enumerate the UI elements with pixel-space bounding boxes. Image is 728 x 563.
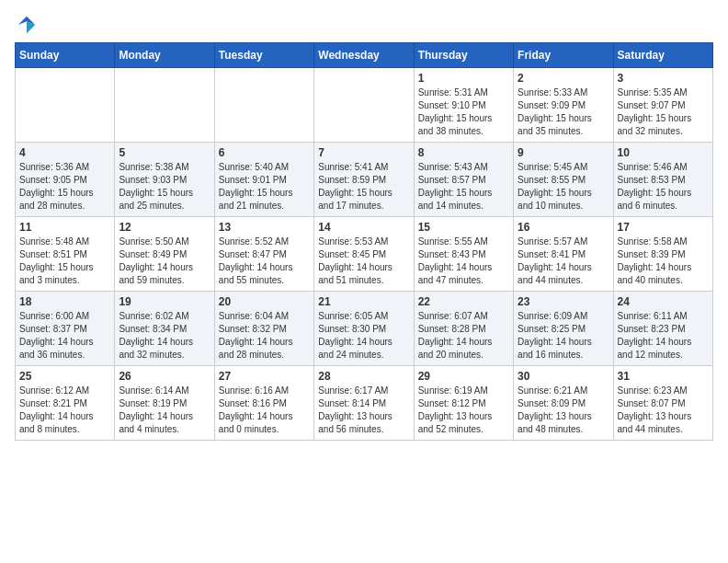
day-number: 15 [418,221,509,234]
day-info: Sunrise: 5:33 AM Sunset: 9:09 PM Dayligh… [518,86,609,138]
day-number: 22 [418,295,509,308]
calendar-cell: 7Sunrise: 5:41 AM Sunset: 8:59 PM Daylig… [314,143,414,217]
calendar-cell: 20Sunrise: 6:04 AM Sunset: 8:32 PM Dayli… [214,292,313,366]
calendar-cell: 6Sunrise: 5:40 AM Sunset: 9:01 PM Daylig… [214,143,313,217]
calendar-day-header: Tuesday [214,43,313,68]
calendar-cell: 24Sunrise: 6:11 AM Sunset: 8:23 PM Dayli… [613,292,712,366]
calendar-cell [115,68,214,143]
calendar-cell: 15Sunrise: 5:55 AM Sunset: 8:43 PM Dayli… [414,217,513,292]
day-info: Sunrise: 5:53 AM Sunset: 8:45 PM Dayligh… [318,236,409,287]
calendar-day-header: Wednesday [314,43,414,68]
day-info: Sunrise: 6:00 AM Sunset: 8:37 PM Dayligh… [19,310,110,362]
day-number: 18 [19,295,110,308]
day-number: 8 [418,146,509,159]
day-info: Sunrise: 5:58 AM Sunset: 8:39 PM Dayligh… [618,236,709,287]
day-number: 9 [518,146,609,159]
calendar-cell: 19Sunrise: 6:02 AM Sunset: 8:34 PM Dayli… [115,292,214,366]
day-number: 7 [318,146,409,159]
calendar-cell: 2Sunrise: 5:33 AM Sunset: 9:09 PM Daylig… [514,68,613,143]
calendar-cell: 25Sunrise: 6:12 AM Sunset: 8:21 PM Dayli… [16,366,115,441]
day-info: Sunrise: 5:57 AM Sunset: 8:41 PM Dayligh… [518,236,609,287]
svg-marker-1 [27,21,35,33]
day-info: Sunrise: 5:41 AM Sunset: 8:59 PM Dayligh… [318,161,409,213]
calendar-day-header: Saturday [613,43,712,68]
calendar-cell: 29Sunrise: 6:19 AM Sunset: 8:12 PM Dayli… [414,366,513,441]
calendar-cell [314,68,414,143]
calendar-cell: 27Sunrise: 6:16 AM Sunset: 8:16 PM Dayli… [214,366,313,441]
day-info: Sunrise: 6:11 AM Sunset: 8:23 PM Dayligh… [618,310,709,362]
day-info: Sunrise: 5:52 AM Sunset: 8:47 PM Dayligh… [219,236,310,287]
calendar-cell: 30Sunrise: 6:21 AM Sunset: 8:09 PM Dayli… [514,366,613,441]
calendar-cell: 10Sunrise: 5:46 AM Sunset: 8:53 PM Dayli… [613,143,712,217]
logo-icon [17,15,37,35]
day-number: 20 [219,295,310,308]
day-number: 31 [618,370,709,383]
day-number: 12 [119,221,210,234]
calendar-cell: 3Sunrise: 5:35 AM Sunset: 9:07 PM Daylig… [613,68,712,143]
calendar-cell: 23Sunrise: 6:09 AM Sunset: 8:25 PM Dayli… [514,292,613,366]
calendar-table: SundayMondayTuesdayWednesdayThursdayFrid… [15,42,713,441]
calendar-cell: 13Sunrise: 5:52 AM Sunset: 8:47 PM Dayli… [214,217,313,292]
day-number: 26 [119,370,210,383]
day-number: 19 [119,295,210,308]
day-number: 25 [19,370,110,383]
day-number: 4 [19,146,110,159]
page-header [15,15,713,35]
calendar-week-row: 25Sunrise: 6:12 AM Sunset: 8:21 PM Dayli… [16,366,713,441]
calendar-cell: 16Sunrise: 5:57 AM Sunset: 8:41 PM Dayli… [514,217,613,292]
calendar-cell: 11Sunrise: 5:48 AM Sunset: 8:51 PM Dayli… [16,217,115,292]
calendar-week-row: 18Sunrise: 6:00 AM Sunset: 8:37 PM Dayli… [16,292,713,366]
day-info: Sunrise: 6:09 AM Sunset: 8:25 PM Dayligh… [518,310,609,362]
day-info: Sunrise: 5:46 AM Sunset: 8:53 PM Dayligh… [618,161,709,213]
day-info: Sunrise: 5:36 AM Sunset: 9:05 PM Dayligh… [19,161,110,213]
calendar-cell: 26Sunrise: 6:14 AM Sunset: 8:19 PM Dayli… [115,366,214,441]
day-info: Sunrise: 6:07 AM Sunset: 8:28 PM Dayligh… [418,310,509,362]
day-number: 6 [219,146,310,159]
day-info: Sunrise: 5:31 AM Sunset: 9:10 PM Dayligh… [418,86,509,138]
day-number: 14 [318,221,409,234]
day-info: Sunrise: 6:16 AM Sunset: 8:16 PM Dayligh… [219,385,310,436]
day-number: 29 [418,370,509,383]
day-info: Sunrise: 6:05 AM Sunset: 8:30 PM Dayligh… [318,310,409,362]
day-info: Sunrise: 6:17 AM Sunset: 8:14 PM Dayligh… [318,385,409,436]
day-number: 23 [518,295,609,308]
day-info: Sunrise: 5:45 AM Sunset: 8:55 PM Dayligh… [518,161,609,213]
day-number: 28 [318,370,409,383]
calendar-week-row: 11Sunrise: 5:48 AM Sunset: 8:51 PM Dayli… [16,217,713,292]
day-info: Sunrise: 5:40 AM Sunset: 9:01 PM Dayligh… [219,161,310,213]
calendar-cell [16,68,115,143]
day-info: Sunrise: 6:14 AM Sunset: 8:19 PM Dayligh… [119,385,210,436]
day-info: Sunrise: 6:23 AM Sunset: 8:07 PM Dayligh… [618,385,709,436]
day-number: 21 [318,295,409,308]
day-number: 3 [618,72,709,85]
day-number: 10 [618,146,709,159]
day-info: Sunrise: 5:43 AM Sunset: 8:57 PM Dayligh… [418,161,509,213]
calendar-cell: 28Sunrise: 6:17 AM Sunset: 8:14 PM Dayli… [314,366,414,441]
calendar-cell: 5Sunrise: 5:38 AM Sunset: 9:03 PM Daylig… [115,143,214,217]
calendar-cell: 12Sunrise: 5:50 AM Sunset: 8:49 PM Dayli… [115,217,214,292]
calendar-cell: 18Sunrise: 6:00 AM Sunset: 8:37 PM Dayli… [16,292,115,366]
calendar-cell [214,68,313,143]
calendar-cell: 4Sunrise: 5:36 AM Sunset: 9:05 PM Daylig… [16,143,115,217]
calendar-day-header: Friday [514,43,613,68]
calendar-week-row: 1Sunrise: 5:31 AM Sunset: 9:10 PM Daylig… [16,68,713,143]
day-number: 1 [418,72,509,85]
day-number: 11 [19,221,110,234]
day-number: 2 [518,72,609,85]
calendar-header-row: SundayMondayTuesdayWednesdayThursdayFrid… [16,43,713,68]
day-number: 13 [219,221,310,234]
day-number: 30 [518,370,609,383]
calendar-day-header: Sunday [16,43,115,68]
calendar-day-header: Thursday [414,43,513,68]
day-info: Sunrise: 6:12 AM Sunset: 8:21 PM Dayligh… [19,385,110,436]
day-number: 16 [518,221,609,234]
day-info: Sunrise: 5:50 AM Sunset: 8:49 PM Dayligh… [119,236,210,287]
logo [15,15,37,35]
day-info: Sunrise: 6:02 AM Sunset: 8:34 PM Dayligh… [119,310,210,362]
calendar-day-header: Monday [115,43,214,68]
day-info: Sunrise: 6:19 AM Sunset: 8:12 PM Dayligh… [418,385,509,436]
day-number: 24 [618,295,709,308]
calendar-cell: 31Sunrise: 6:23 AM Sunset: 8:07 PM Dayli… [613,366,712,441]
day-info: Sunrise: 5:35 AM Sunset: 9:07 PM Dayligh… [618,86,709,138]
calendar-cell: 1Sunrise: 5:31 AM Sunset: 9:10 PM Daylig… [414,68,513,143]
